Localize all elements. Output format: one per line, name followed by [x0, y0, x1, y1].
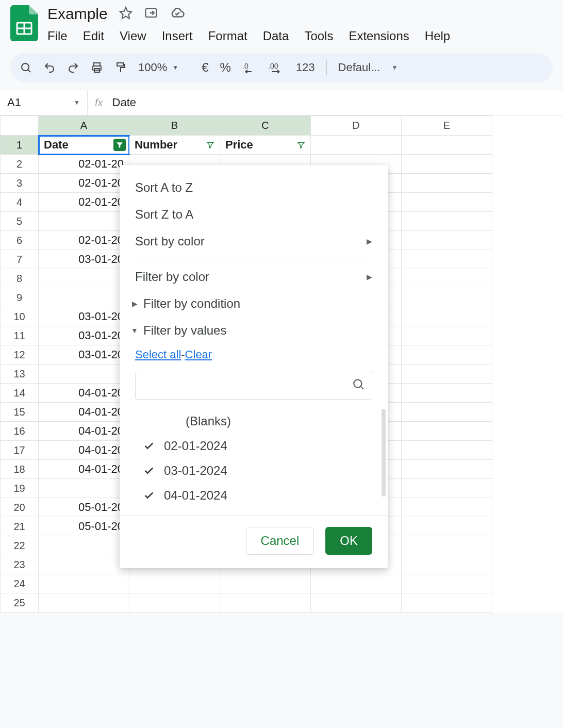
cell[interactable] [402, 498, 492, 517]
cell-C1[interactable]: Price [220, 136, 311, 155]
cell[interactable] [311, 593, 402, 613]
cancel-button[interactable]: Cancel [246, 527, 314, 555]
row-header[interactable]: 9 [1, 288, 39, 307]
cell[interactable] [402, 460, 492, 479]
cell[interactable] [402, 536, 492, 555]
cell[interactable] [402, 365, 492, 384]
filter-icon[interactable] [295, 139, 307, 151]
row-header[interactable]: 6 [1, 231, 39, 250]
cell-A1[interactable]: Date [39, 136, 129, 155]
cell[interactable] [402, 403, 492, 422]
cell[interactable]: 05-01-20 [39, 517, 129, 536]
filter-search-input[interactable] [135, 372, 372, 400]
cell-E1[interactable] [402, 136, 492, 155]
star-icon[interactable] [119, 6, 133, 22]
row-header[interactable]: 18 [1, 460, 39, 479]
cell[interactable] [402, 326, 492, 345]
sheets-logo[interactable] [10, 5, 38, 41]
cell[interactable]: 03-01-20 [39, 326, 129, 345]
cell[interactable]: 04-01-20 [39, 403, 129, 422]
cell[interactable] [39, 536, 129, 555]
formula-input[interactable]: Date [110, 96, 136, 109]
decrease-decimal-icon[interactable]: .0 [242, 61, 257, 74]
increase-decimal-icon[interactable]: .00 [268, 61, 285, 74]
row-header[interactable]: 1 [1, 136, 39, 155]
cell[interactable]: 04-01-20 [39, 460, 129, 479]
cell[interactable] [402, 345, 492, 365]
row-header[interactable]: 19 [1, 479, 39, 498]
row-header[interactable]: 10 [1, 307, 39, 326]
row-header[interactable]: 15 [1, 403, 39, 422]
percent-icon[interactable]: % [220, 60, 231, 75]
cell[interactable] [402, 174, 492, 193]
cell[interactable]: 03-01-20 [39, 345, 129, 365]
row-header[interactable]: 21 [1, 517, 39, 536]
cell[interactable] [220, 574, 311, 593]
cell[interactable]: 03-01-20 [39, 250, 129, 269]
search-icon[interactable] [352, 377, 365, 394]
select-all-corner[interactable] [1, 116, 39, 136]
cell[interactable] [402, 517, 492, 536]
row-header[interactable]: 13 [1, 365, 39, 384]
menu-extensions[interactable]: Extensions [349, 29, 409, 43]
menu-format[interactable]: Format [208, 29, 247, 43]
cell-B1[interactable]: Number [129, 136, 220, 155]
cell[interactable] [402, 593, 492, 613]
cell[interactable]: 03-01-20 [39, 307, 129, 326]
menu-edit[interactable]: Edit [83, 29, 104, 43]
menu-file[interactable]: File [47, 29, 68, 43]
cell[interactable]: 02-01-20 [39, 193, 129, 212]
row-header[interactable]: 2 [1, 155, 39, 174]
row-header[interactable]: 14 [1, 384, 39, 403]
cell[interactable] [39, 212, 129, 231]
redo-icon[interactable] [67, 61, 79, 74]
cell[interactable] [402, 422, 492, 441]
menu-help[interactable]: Help [425, 29, 450, 43]
zoom-select[interactable]: 100% ▼ [138, 61, 178, 74]
print-icon[interactable] [91, 61, 103, 74]
cell[interactable] [402, 307, 492, 326]
cell[interactable]: 02-01-20 [39, 231, 129, 250]
row-header[interactable]: 8 [1, 269, 39, 288]
move-icon[interactable] [144, 6, 158, 22]
cell[interactable] [220, 593, 311, 613]
sort-by-color[interactable]: Sort by color [120, 228, 388, 255]
select-all-link[interactable]: Select all [135, 348, 181, 361]
paint-format-icon[interactable] [114, 61, 127, 74]
filter-by-color[interactable]: Filter by color [120, 263, 388, 290]
cell[interactable] [39, 593, 129, 613]
col-header-E[interactable]: E [402, 116, 492, 136]
row-header[interactable]: 23 [1, 555, 39, 574]
cell[interactable] [39, 555, 129, 574]
row-header[interactable]: 4 [1, 193, 39, 212]
search-icon[interactable] [20, 61, 32, 74]
cell[interactable] [402, 384, 492, 403]
cell[interactable] [311, 574, 402, 593]
cell[interactable] [402, 555, 492, 574]
filter-value-item[interactable]: 02-01-2024 [135, 434, 372, 458]
font-select[interactable]: Defaul... [338, 61, 380, 74]
row-header[interactable]: 24 [1, 574, 39, 593]
row-header[interactable]: 7 [1, 250, 39, 269]
cell[interactable]: 04-01-20 [39, 441, 129, 460]
undo-icon[interactable] [43, 61, 56, 74]
row-header[interactable]: 3 [1, 174, 39, 193]
cell[interactable] [402, 212, 492, 231]
ok-button[interactable]: OK [325, 527, 372, 555]
filter-value-item[interactable]: (Blanks) [135, 409, 372, 434]
sort-za[interactable]: Sort Z to A [120, 201, 388, 228]
menu-view[interactable]: View [120, 29, 146, 43]
format-number-icon[interactable]: 123 [296, 61, 315, 74]
filter-by-condition[interactable]: ▶Filter by condition [120, 290, 388, 317]
cell[interactable] [129, 593, 220, 613]
menu-insert[interactable]: Insert [162, 29, 193, 43]
cell[interactable] [402, 193, 492, 212]
cell[interactable] [402, 231, 492, 250]
row-header[interactable]: 17 [1, 441, 39, 460]
cell[interactable] [39, 479, 129, 498]
cell[interactable] [402, 441, 492, 460]
cell[interactable]: 04-01-20 [39, 422, 129, 441]
currency-icon[interactable]: € [202, 60, 208, 75]
col-header-D[interactable]: D [311, 116, 402, 136]
cell[interactable]: 05-01-20 [39, 498, 129, 517]
